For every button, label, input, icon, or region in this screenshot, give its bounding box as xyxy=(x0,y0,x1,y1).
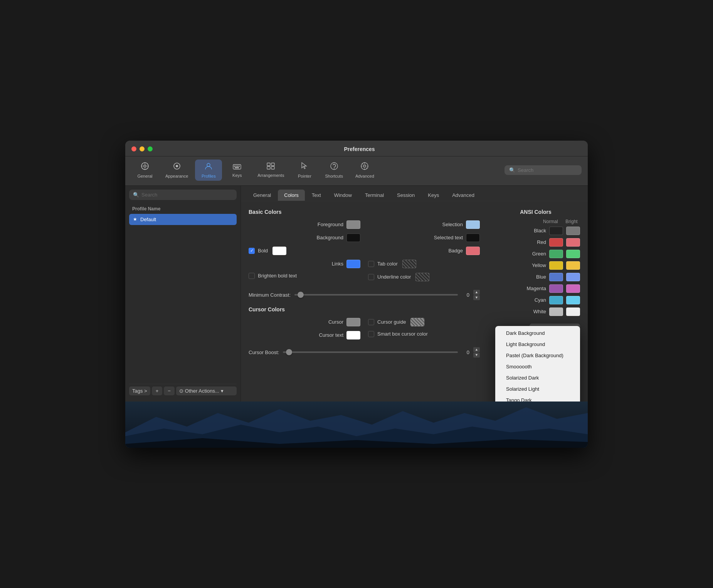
cursor-boost-value: 0 xyxy=(462,349,469,355)
basic-colors-title: Basic Colors xyxy=(249,209,480,215)
ansi-yellow-normal-swatch[interactable] xyxy=(549,261,563,270)
smart-box-checkbox[interactable] xyxy=(368,331,374,337)
preset-solarized-light[interactable]: Solarized Light xyxy=(495,383,580,395)
ansi-white-normal-swatch[interactable] xyxy=(549,307,563,316)
toolbar-search[interactable]: 🔍 xyxy=(504,165,582,175)
ansi-blue-normal-swatch[interactable] xyxy=(549,273,563,281)
tab-colors[interactable]: Colors xyxy=(278,190,305,201)
bold-checkbox[interactable] xyxy=(249,248,255,254)
keys-icon xyxy=(233,162,241,172)
ansi-red-bright-swatch[interactable] xyxy=(566,238,580,247)
cursor-swatch[interactable] xyxy=(346,318,360,326)
preset-light-bg[interactable]: Light Background xyxy=(495,339,580,350)
tab-window[interactable]: Window xyxy=(328,190,358,201)
profile-item-default[interactable]: ★ Default xyxy=(129,214,237,225)
ansi-row-white: White xyxy=(491,307,580,316)
svg-point-8 xyxy=(207,163,210,166)
ansi-black-bright-swatch[interactable] xyxy=(566,227,580,235)
cursor-boost-down[interactable]: ▼ xyxy=(473,353,480,358)
tab-color-swatch[interactable] xyxy=(402,260,416,268)
close-button[interactable] xyxy=(131,146,136,151)
underline-color-checkbox[interactable] xyxy=(368,274,374,280)
toolbar-item-pointer[interactable]: Pointer xyxy=(291,160,318,181)
ansi-row-magenta: Magenta xyxy=(491,284,580,293)
ansi-green-normal-swatch[interactable] xyxy=(549,250,563,258)
ansi-green-label: Green xyxy=(491,251,546,257)
toolbar-item-appearance[interactable]: Appearance xyxy=(160,160,193,181)
toolbar-item-general[interactable]: General xyxy=(131,160,158,181)
presets-container: Color Presets... ▾ Dark Background Light… xyxy=(491,324,580,335)
underline-color-label: Underline color xyxy=(377,274,411,280)
tab-general[interactable]: General xyxy=(247,190,277,201)
tab-session[interactable]: Session xyxy=(391,190,421,201)
underline-color-swatch[interactable] xyxy=(415,273,429,281)
toolbar-item-pointer-label: Pointer xyxy=(298,174,311,178)
min-contrast-stepper[interactable]: ▲ ▼ xyxy=(473,290,480,300)
cursor-boost-stepper[interactable]: ▲ ▼ xyxy=(473,347,480,358)
bold-swatch[interactable] xyxy=(272,247,286,255)
ansi-row-red: Red xyxy=(491,238,580,247)
sidebar-search-input[interactable] xyxy=(141,192,233,198)
ansi-header: Normal Bright xyxy=(491,219,580,224)
cursor-text-swatch[interactable] xyxy=(346,331,360,339)
min-contrast-up[interactable]: ▲ xyxy=(473,290,480,295)
cursor-boost-track[interactable] xyxy=(283,351,458,353)
preset-smoooooth[interactable]: Smoooooth xyxy=(495,361,580,372)
tab-advanced[interactable]: Advanced xyxy=(446,190,481,201)
toolbar-search-input[interactable] xyxy=(518,167,564,173)
ansi-blue-label: Blue xyxy=(491,274,546,280)
ansi-black-normal-swatch[interactable] xyxy=(549,227,563,235)
ansi-yellow-bright-swatch[interactable] xyxy=(566,261,580,270)
toolbar-item-advanced[interactable]: Advanced xyxy=(350,160,380,181)
cursor-guide-checkbox[interactable] xyxy=(368,319,374,325)
toolbar-item-keys[interactable]: Keys xyxy=(224,160,251,181)
min-contrast-label: Minimum Contrast: xyxy=(249,292,291,298)
tags-button[interactable]: Tags > xyxy=(129,386,150,395)
ansi-blue-bright-swatch[interactable] xyxy=(566,273,580,281)
preset-tango-dark[interactable]: Tango Dark xyxy=(495,395,580,402)
ansi-cyan-bright-swatch[interactable] xyxy=(566,296,580,304)
ansi-cyan-normal-swatch[interactable] xyxy=(549,296,563,304)
selection-swatch[interactable] xyxy=(466,220,480,229)
tab-color-row: Tab color xyxy=(368,260,480,268)
ansi-white-bright-swatch[interactable] xyxy=(566,307,580,316)
ansi-magenta-bright-swatch[interactable] xyxy=(566,284,580,293)
ansi-black-swatches xyxy=(549,227,580,235)
svg-point-7 xyxy=(176,165,178,167)
tab-color-checkbox[interactable] xyxy=(368,261,374,267)
foreground-swatch[interactable] xyxy=(346,220,360,229)
selected-text-swatch[interactable] xyxy=(466,234,480,242)
min-contrast-thumb[interactable] xyxy=(298,292,304,298)
sidebar-search-box[interactable]: 🔍 xyxy=(129,190,237,200)
remove-profile-button[interactable]: − xyxy=(164,386,175,395)
links-swatch[interactable] xyxy=(346,260,360,268)
tab-text[interactable]: Text xyxy=(306,190,327,201)
ansi-red-normal-swatch[interactable] xyxy=(549,238,563,247)
badge-swatch[interactable] xyxy=(466,247,480,255)
toolbar-item-arrangements[interactable]: Arrangements xyxy=(252,160,289,181)
add-profile-button[interactable]: + xyxy=(152,386,163,395)
preset-solarized-dark[interactable]: Solarized Dark xyxy=(495,372,580,383)
cursor-boost-up[interactable]: ▲ xyxy=(473,347,480,352)
min-contrast-track[interactable] xyxy=(294,294,458,296)
ansi-green-bright-swatch[interactable] xyxy=(566,250,580,258)
preset-dark-bg[interactable]: Dark Background xyxy=(495,328,580,339)
other-actions-button[interactable]: ⊙ Other Actions... ▾ xyxy=(176,386,237,395)
background-swatch[interactable] xyxy=(346,234,360,242)
badge-label: Badge xyxy=(368,248,463,254)
brighten-bold-checkbox[interactable] xyxy=(249,273,255,279)
tab-terminal[interactable]: Terminal xyxy=(359,190,390,201)
ansi-red-label: Red xyxy=(491,239,546,245)
toolbar-item-profiles[interactable]: Profiles xyxy=(195,160,222,181)
toolbar-item-shortcuts[interactable]: Shortcuts xyxy=(320,160,348,181)
colors-panel: Basic Colors Foreground Background xyxy=(241,201,588,402)
preset-pastel-dark[interactable]: Pastel (Dark Background) xyxy=(495,350,580,361)
general-icon xyxy=(141,162,149,173)
min-contrast-down[interactable]: ▼ xyxy=(473,295,480,300)
ansi-magenta-normal-swatch[interactable] xyxy=(549,284,563,293)
tab-keys[interactable]: Keys xyxy=(422,190,445,201)
profile-name-default: Default xyxy=(140,217,156,222)
toolbar-item-keys-label: Keys xyxy=(232,173,242,178)
cursor-guide-swatch[interactable] xyxy=(410,318,424,326)
cursor-boost-thumb[interactable] xyxy=(286,349,292,355)
